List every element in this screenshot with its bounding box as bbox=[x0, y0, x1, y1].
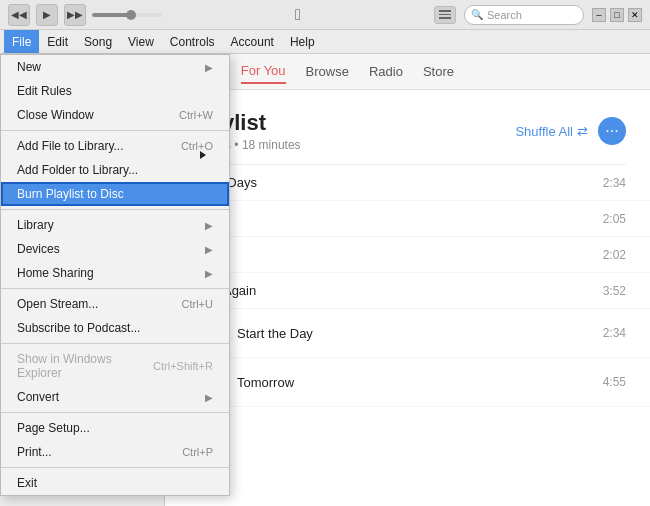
title-bar-center:  bbox=[295, 6, 301, 24]
file-menu-dropdown: New ▶ Edit Rules Close Window Ctrl+W Add… bbox=[0, 54, 230, 496]
shuffle-icon: ⇄ bbox=[577, 124, 588, 139]
song-name: Tomorrow bbox=[237, 375, 294, 390]
song-duration: 2:34 bbox=[603, 176, 626, 190]
menu-item-help[interactable]: Help bbox=[282, 30, 323, 53]
search-icon: 🔍 bbox=[471, 9, 483, 20]
song-duration: 3:52 bbox=[603, 284, 626, 298]
menu-item-file[interactable]: File bbox=[4, 30, 39, 53]
song-duration: 4:55 bbox=[603, 375, 626, 389]
shortcut-label: Ctrl+U bbox=[182, 298, 213, 310]
menu-item-label: Library bbox=[17, 218, 54, 232]
title-bar: ◀◀ ▶ ▶▶  🔍 Search – □ ✕ bbox=[0, 0, 650, 30]
search-placeholder: Search bbox=[487, 9, 522, 21]
close-button[interactable]: ✕ bbox=[628, 8, 642, 22]
shuffle-button[interactable]: Shuffle All ⇄ bbox=[515, 124, 588, 139]
playlist-header: Playlist 6 songs • 18 minutes Shuffle Al… bbox=[165, 90, 650, 164]
minimize-button[interactable]: – bbox=[592, 8, 606, 22]
menu-item-song[interactable]: Song bbox=[76, 30, 120, 53]
arrow-icon: ▶ bbox=[205, 268, 213, 279]
tab-browse[interactable]: Browse bbox=[306, 60, 349, 83]
menu-file-devices[interactable]: Devices ▶ bbox=[1, 237, 229, 261]
menu-item-label: Exit bbox=[17, 476, 37, 490]
menu-file-page-setup[interactable]: Page Setup... bbox=[1, 416, 229, 440]
song-duration: 2:02 bbox=[603, 248, 626, 262]
search-box[interactable]: 🔍 Search bbox=[464, 5, 584, 25]
menu-file-library[interactable]: Library ▶ bbox=[1, 213, 229, 237]
menu-bar: File Edit Song View Controls Account Hel… bbox=[0, 30, 650, 54]
song-row[interactable]: Better Days 2:34 bbox=[165, 165, 650, 201]
menu-item-label: Home Sharing bbox=[17, 266, 94, 280]
menu-file-home-sharing[interactable]: Home Sharing ▶ bbox=[1, 261, 229, 285]
nav-tabs: Library For You Browse Radio Store bbox=[165, 54, 650, 90]
maximize-button[interactable]: □ bbox=[610, 8, 624, 22]
menu-item-account[interactable]: Account bbox=[223, 30, 282, 53]
menu-file-print[interactable]: Print... Ctrl+P bbox=[1, 440, 229, 464]
tab-for-you[interactable]: For You bbox=[241, 59, 286, 84]
list-view-button[interactable] bbox=[434, 6, 456, 24]
fastforward-button[interactable]: ▶▶ bbox=[64, 4, 86, 26]
arrow-icon: ▶ bbox=[205, 62, 213, 73]
menu-item-label: Devices bbox=[17, 242, 60, 256]
playlist-actions: Shuffle All ⇄ ··· bbox=[515, 117, 626, 145]
apple-logo:  bbox=[295, 6, 301, 24]
volume-slider[interactable] bbox=[92, 13, 162, 17]
menu-item-label: Add Folder to Library... bbox=[17, 163, 138, 177]
menu-item-controls[interactable]: Controls bbox=[162, 30, 223, 53]
menu-item-view[interactable]: View bbox=[120, 30, 162, 53]
more-button[interactable]: ··· bbox=[598, 117, 626, 145]
shortcut-label: Ctrl+Shift+R bbox=[153, 360, 213, 372]
menu-item-label: Convert bbox=[17, 390, 59, 404]
menu-separator bbox=[1, 343, 229, 344]
song-row[interactable]: Buddy 2:05 bbox=[165, 201, 650, 237]
menu-separator bbox=[1, 467, 229, 468]
menu-item-edit[interactable]: Edit bbox=[39, 30, 76, 53]
shortcut-label: Ctrl+O bbox=[181, 140, 213, 152]
menu-item-label: Burn Playlist to Disc bbox=[17, 187, 124, 201]
menu-file-show-explorer: Show in Windows Explorer Ctrl+Shift+R bbox=[1, 347, 229, 385]
window-controls: – □ ✕ bbox=[592, 8, 642, 22]
song-duration: 2:34 bbox=[603, 326, 626, 340]
menu-file-burn-playlist[interactable]: Burn Playlist to Disc bbox=[1, 182, 229, 206]
menu-item-label: Edit Rules bbox=[17, 84, 72, 98]
song-list: Better Days 2:34 Buddy 2:05 Friend 2:02 … bbox=[165, 165, 650, 506]
menu-file-convert[interactable]: Convert ▶ bbox=[1, 385, 229, 409]
menu-item-label: Close Window bbox=[17, 108, 94, 122]
menu-separator bbox=[1, 288, 229, 289]
menu-item-label: Show in Windows Explorer bbox=[17, 352, 153, 380]
shuffle-label: Shuffle All bbox=[515, 124, 573, 139]
menu-file-edit-rules[interactable]: Edit Rules bbox=[1, 79, 229, 103]
transport-controls: ◀◀ ▶ ▶▶ bbox=[8, 4, 162, 26]
menu-item-label: Print... bbox=[17, 445, 52, 459]
menu-file-exit[interactable]: Exit bbox=[1, 471, 229, 495]
tab-store[interactable]: Store bbox=[423, 60, 454, 83]
menu-item-label: New bbox=[17, 60, 41, 74]
menu-item-label: Open Stream... bbox=[17, 297, 98, 311]
menu-separator bbox=[1, 209, 229, 210]
song-duration: 2:05 bbox=[603, 212, 626, 226]
menu-separator bbox=[1, 412, 229, 413]
menu-file-add-file[interactable]: Add File to Library... Ctrl+O bbox=[1, 134, 229, 158]
song-name: Start the Day bbox=[237, 326, 313, 341]
song-row[interactable]: ♪ Tomorrow 4:55 bbox=[165, 358, 650, 407]
menu-file-add-folder[interactable]: Add Folder to Library... bbox=[1, 158, 229, 182]
arrow-icon: ▶ bbox=[205, 244, 213, 255]
menu-file-open-stream[interactable]: Open Stream... Ctrl+U bbox=[1, 292, 229, 316]
song-row[interactable]: ♪ Start the Day 2:34 bbox=[165, 309, 650, 358]
arrow-icon: ▶ bbox=[205, 392, 213, 403]
content-area: Library For You Browse Radio Store Playl… bbox=[165, 54, 650, 506]
song-row[interactable]: Once Again 3:52 bbox=[165, 273, 650, 309]
arrow-icon: ▶ bbox=[205, 220, 213, 231]
play-button[interactable]: ▶ bbox=[36, 4, 58, 26]
shortcut-label: Ctrl+W bbox=[179, 109, 213, 121]
menu-file-subscribe-podcast[interactable]: Subscribe to Podcast... bbox=[1, 316, 229, 340]
tab-radio[interactable]: Radio bbox=[369, 60, 403, 83]
menu-item-label: Subscribe to Podcast... bbox=[17, 321, 140, 335]
menu-separator bbox=[1, 130, 229, 131]
shortcut-label: Ctrl+P bbox=[182, 446, 213, 458]
menu-file-new[interactable]: New ▶ bbox=[1, 55, 229, 79]
title-bar-right: 🔍 Search – □ ✕ bbox=[434, 5, 642, 25]
song-row[interactable]: Friend 2:02 bbox=[165, 237, 650, 273]
menu-file-close-window[interactable]: Close Window Ctrl+W bbox=[1, 103, 229, 127]
rewind-button[interactable]: ◀◀ bbox=[8, 4, 30, 26]
menu-item-label: Add File to Library... bbox=[17, 139, 124, 153]
